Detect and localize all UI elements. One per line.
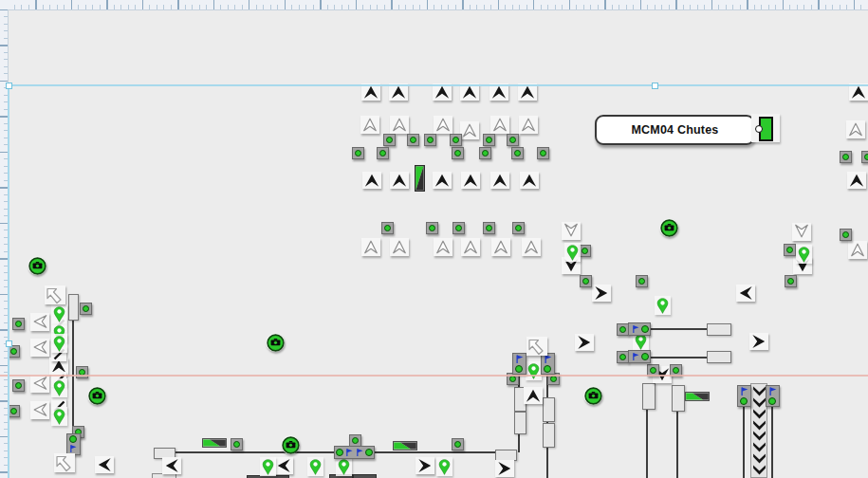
right-chevron-black-icon (575, 334, 594, 351)
selection-outline-left[interactable] (8, 85, 9, 478)
location-pin-icon[interactable] (51, 378, 67, 397)
status-indicator[interactable] (12, 379, 25, 392)
status-cluster-device[interactable] (334, 446, 375, 459)
location-pin-icon[interactable] (526, 361, 542, 380)
conveyor-line (650, 328, 707, 330)
status-flag-device[interactable] (66, 433, 81, 455)
return-arrow-icon (45, 285, 65, 304)
up-chevron-outline-icon (490, 116, 509, 134)
chute-label-button[interactable]: MCM04 Chutes (595, 115, 755, 145)
up-chevron-black-icon (461, 172, 480, 189)
status-indicator[interactable] (483, 222, 495, 234)
red-guide-line (0, 375, 868, 377)
status-indicator[interactable] (483, 134, 495, 146)
location-pin-icon[interactable] (796, 245, 812, 264)
status-indicator[interactable] (617, 351, 629, 363)
status-indicator[interactable] (407, 134, 419, 146)
gate-valve-indicator[interactable] (751, 114, 780, 142)
down-chevron-outline-icon (792, 223, 811, 241)
conveyor-end (514, 412, 526, 434)
up-chevron-outline-icon (846, 120, 865, 138)
camera-icon[interactable] (583, 386, 602, 405)
status-indicator[interactable] (452, 438, 464, 450)
partial-tile (353, 474, 377, 478)
status-indicator[interactable] (617, 323, 629, 336)
location-pin-icon[interactable] (336, 457, 352, 476)
status-indicator[interactable] (80, 303, 92, 315)
belt-wedge-icon (393, 441, 417, 450)
status-indicator[interactable] (12, 318, 25, 330)
right-chevron-black-icon (416, 457, 434, 474)
flag-status-device[interactable] (512, 353, 526, 375)
flag-status-device[interactable] (737, 385, 751, 407)
location-pin-icon[interactable] (260, 457, 276, 476)
status-indicator[interactable] (452, 222, 465, 234)
location-pin-icon[interactable] (307, 457, 323, 476)
status-indicator[interactable] (452, 147, 464, 159)
status-indicator[interactable] (381, 222, 394, 234)
right-chevron-black-icon (749, 333, 768, 350)
status-indicator[interactable] (784, 244, 796, 256)
conveyor-end (672, 385, 685, 412)
up-chevron-black-icon (362, 172, 381, 189)
flag-status-device[interactable] (628, 322, 651, 336)
location-pin-icon[interactable] (564, 243, 581, 262)
valve-stem-dot (755, 125, 763, 133)
conveyor-end (543, 397, 555, 422)
selection-handle[interactable] (6, 340, 12, 347)
gate-bar-icon (415, 165, 425, 192)
status-indicator[interactable] (377, 147, 389, 159)
status-indicator[interactable] (511, 147, 524, 159)
conveyor-line (72, 320, 74, 427)
location-pin-icon[interactable] (51, 334, 67, 353)
flag-status-device[interactable] (628, 350, 651, 363)
location-pin-icon[interactable] (51, 304, 67, 323)
conveyor-line (676, 410, 678, 478)
return-arrow-icon (526, 337, 547, 356)
right-chevron-black-icon (495, 460, 514, 477)
status-indicator[interactable] (479, 147, 491, 159)
location-pin-icon[interactable] (436, 457, 452, 476)
status-indicator[interactable] (507, 134, 519, 146)
flag-status-device[interactable] (766, 385, 780, 407)
right-chevron-black-icon (592, 285, 611, 302)
status-indicator[interactable] (580, 275, 592, 287)
up-chevron-black-icon (433, 172, 452, 189)
camera-icon[interactable] (659, 218, 678, 237)
status-indicator[interactable] (840, 229, 852, 241)
location-pin-icon[interactable] (655, 296, 671, 315)
camera-icon[interactable] (266, 333, 285, 352)
status-indicator[interactable] (426, 222, 438, 234)
selection-handle[interactable] (652, 83, 658, 89)
camera-icon[interactable] (281, 435, 300, 454)
status-indicator[interactable] (512, 222, 525, 234)
status-indicator[interactable] (636, 275, 648, 287)
selection-outline-top[interactable] (9, 84, 868, 86)
up-chevron-black-icon (847, 172, 866, 189)
left-chevron-black-icon (95, 456, 114, 473)
status-indicator[interactable] (537, 147, 549, 159)
status-indicator[interactable] (785, 275, 797, 287)
selection-handle[interactable] (6, 83, 12, 89)
left-chevron-outline-icon (30, 375, 49, 393)
status-indicator[interactable] (231, 438, 243, 450)
camera-icon[interactable] (28, 256, 46, 275)
conveyor-line (771, 406, 773, 478)
left-chevron-outline-icon (30, 339, 49, 357)
conveyor-end (707, 351, 731, 363)
status-indicator[interactable] (840, 151, 852, 163)
status-indicator[interactable] (450, 134, 462, 146)
status-indicator[interactable] (424, 134, 436, 146)
up-chevron-outline-icon (434, 116, 452, 134)
status-indicator[interactable] (349, 434, 361, 447)
belt-wedge-icon (202, 438, 227, 448)
up-chevron-outline-icon (491, 238, 510, 256)
status-indicator[interactable] (352, 147, 364, 159)
status-indicator[interactable] (383, 134, 396, 146)
location-pin-icon[interactable] (51, 407, 67, 426)
status-indicator[interactable] (861, 151, 868, 163)
diagram-canvas[interactable]: MCM04 Chutes (0, 0, 868, 478)
return-arrow-icon (54, 453, 75, 472)
camera-icon[interactable] (87, 386, 106, 405)
up-chevron-outline-icon (390, 238, 409, 256)
